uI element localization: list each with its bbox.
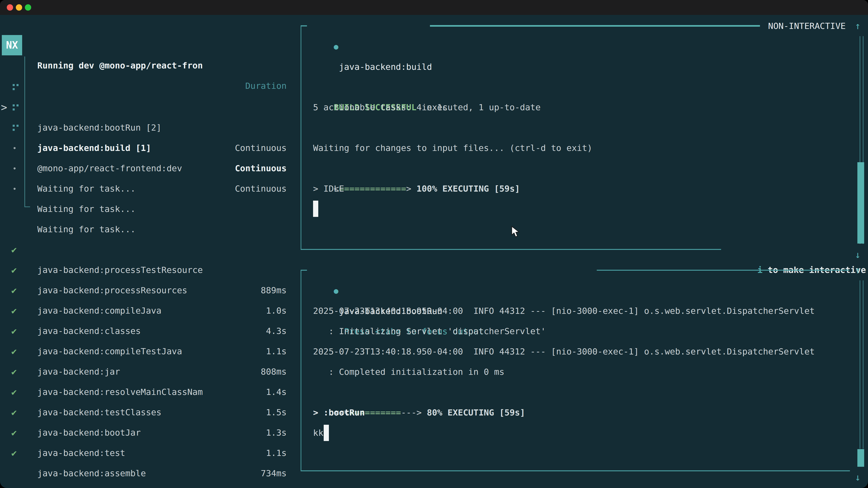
- terminal-window: NX Running dev @mono-app/react-fron Dura…: [0, 0, 868, 488]
- mouse-cursor: [511, 226, 521, 238]
- task-row[interactable]: ✔ java-backend:testClasses 1.3s: [0, 361, 301, 382]
- build-progress-bar: <=============> 100% EXECUTING [59s]: [313, 158, 520, 178]
- close-button[interactable]: [7, 4, 13, 11]
- log-line: 2025-07-23T13:40:18.950-04:00 INFO 44312…: [313, 341, 815, 362]
- pending-dot-icon: [13, 188, 16, 190]
- bootrun-scrollbar-track[interactable]: [860, 281, 864, 449]
- task-row[interactable]: ✔ java-backend:processTestResource 889ms: [0, 219, 301, 239]
- bootrun-progress-bar: <<<==========---> 80% EXECUTING [59s]: [313, 382, 525, 402]
- task-name: java-backend:test: [37, 443, 125, 463]
- noninteractive-badge: NON-INTERACTIVE: [768, 16, 846, 36]
- log-line: : Initializing Servlet 'dispatcherServle…: [313, 321, 546, 341]
- terminal-cursor: [313, 201, 318, 217]
- interactive-hint: i to make interactive: [737, 239, 866, 260]
- task-duration: 1.1s: [266, 443, 287, 463]
- status-bullet-icon: ●: [334, 286, 338, 295]
- progress-label: 100% EXECUTING [59s]: [411, 184, 520, 194]
- build-success-line: BUILD SUCCESSFUL in 1s: [313, 77, 447, 97]
- sidebar-title: Running dev @mono-app/react-fron: [37, 55, 203, 76]
- task-name: java-backend:assemble: [37, 463, 146, 484]
- progress-label: 80% EXECUTING [59s]: [422, 408, 525, 418]
- minimize-button[interactable]: [16, 4, 22, 11]
- bootrun-panel-left-border: [301, 270, 301, 471]
- build-panel-header[interactable]: ● java-backend:build: [313, 16, 432, 36]
- task-row[interactable]: ✔ java-backend:test 734ms: [0, 402, 301, 422]
- task-row[interactable]: java-backend:bootRun [2] Continuous: [0, 77, 301, 97]
- spinner-icon: [13, 125, 15, 127]
- build-panel-left-border: [301, 25, 301, 250]
- task-row[interactable]: ✔ java-backend:compileJava 4.3s: [0, 260, 301, 280]
- bootrun-scrollbar-thumb[interactable]: [857, 449, 864, 467]
- keyboard-hints: quit: q help: ?: [204, 464, 307, 485]
- task-name: Waiting for task...: [37, 199, 135, 219]
- pagination: ← 1/2 →: [6, 464, 53, 485]
- titlebar: [0, 0, 868, 15]
- check-icon: ✔: [11, 443, 17, 463]
- build-summary-line: 5 actionable tasks: 4 executed, 1 up-to-…: [313, 97, 541, 118]
- task-row[interactable]: ✔ java-backend:resolveMainClassNam 1.5s: [0, 341, 301, 361]
- build-panel-bottom-border: [301, 249, 721, 250]
- build-panel-title: java-backend:build: [339, 62, 432, 72]
- prompt-line: > :bootRun: [313, 402, 365, 423]
- task-row[interactable]: ✔ java-backend:bootJar 1.1s: [0, 382, 301, 402]
- bootrun-panel-header[interactable]: ● java-backend:bootRun Press <tab> to fo…: [313, 260, 484, 281]
- spinner-icon: [13, 84, 15, 86]
- status-bullet-icon: ●: [334, 42, 338, 51]
- task-row[interactable]: Waiting for task...: [0, 178, 301, 199]
- pending-dot-icon: [13, 167, 16, 169]
- progress-dashes: ---: [401, 408, 416, 418]
- scroll-up-icon[interactable]: ↑: [855, 260, 861, 281]
- scroll-down-icon[interactable]: ↓: [855, 467, 861, 488]
- task-row[interactable]: ✔ java-backend:processResources 1.0s: [0, 239, 301, 260]
- scroll-up-icon[interactable]: ↑: [855, 16, 861, 36]
- build-scrollbar-thumb[interactable]: [857, 162, 864, 243]
- bootrun-panel-bottom-border: [301, 470, 850, 471]
- task-row[interactable]: ✔ java-backend:compileTestJava 808ms: [0, 300, 301, 321]
- bootrun-panel-header-rule: [597, 270, 849, 271]
- task-row[interactable]: Waiting for task...: [0, 158, 301, 178]
- build-waiting-line: Waiting for changes to input files... (c…: [313, 138, 592, 158]
- spinner-icon: [13, 104, 15, 106]
- bootrun-panel-corner: [301, 270, 307, 271]
- task-row-selected[interactable]: java-backend:build [1] Continuous: [0, 97, 301, 118]
- task-row[interactable]: ✔ java-backend:assemble 774ms: [0, 422, 301, 443]
- log-line: 2025-07-23T13:40:18.950-04:00 INFO 44312…: [313, 301, 815, 321]
- progress-close: >: [406, 184, 411, 194]
- pending-dot-icon: [13, 147, 16, 149]
- terminal-cursor: [324, 425, 329, 441]
- progress-close: >: [416, 408, 422, 418]
- task-row[interactable]: ✔ java-backend:jar 1.4s: [0, 321, 301, 341]
- task-row[interactable]: @mono-app/react-frontend:dev Continuous: [0, 118, 301, 138]
- build-panel-corner: [301, 25, 307, 26]
- input-line[interactable]: kk: [313, 423, 323, 443]
- zoom-button[interactable]: [25, 4, 31, 11]
- task-row[interactable]: ✔ java-backend:classes 1.1s: [0, 280, 301, 300]
- selection-caret: >: [1, 97, 7, 118]
- log-line: : Completed initialization in 0 ms: [313, 362, 504, 382]
- task-row[interactable]: Waiting for task...: [0, 138, 301, 158]
- build-panel-header-rule: [430, 25, 760, 27]
- sidebar-header: Running dev @mono-app/react-fron Duratio…: [0, 35, 301, 55]
- progress-fill: =============: [339, 184, 406, 194]
- build-idle-line: > IDLE: [313, 178, 344, 199]
